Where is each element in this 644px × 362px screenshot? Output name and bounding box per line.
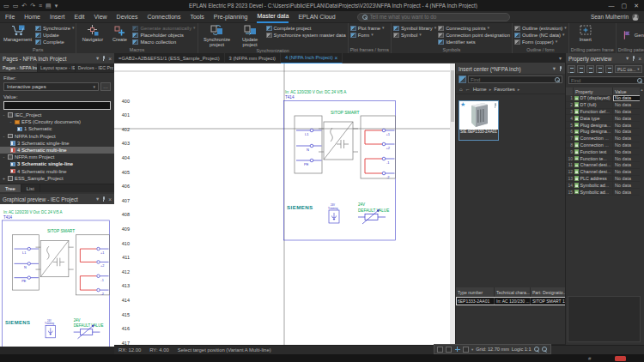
tree-item-3-schematic-single-line[interactable]: 3 Schematic single-line (0, 140, 114, 147)
property-row[interactable]: 13PLC addressNo data (566, 176, 641, 183)
macro-create-button[interactable]: Create (108, 24, 131, 42)
new-icon[interactable]: ▭ (3, 3, 9, 9)
insert-center-find[interactable] (468, 75, 562, 83)
property-row[interactable]: 1DT (displayed)No data (566, 95, 641, 102)
property-row[interactable]: 3Function def...No data (566, 109, 641, 116)
tab-master-data[interactable]: Master data (257, 11, 289, 23)
tab-connections[interactable]: Connections (148, 11, 181, 23)
sort-icon[interactable] (568, 65, 575, 73)
paste-icon[interactable] (596, 65, 604, 73)
find-input[interactable] (571, 78, 635, 83)
filter-select[interactable]: Interactive pages ▾ (3, 82, 99, 91)
search-input[interactable] (370, 14, 505, 20)
property-row[interactable]: 9Function textNo data (566, 148, 641, 155)
document-tab-nfpa-mm[interactable]: 3 (NFPA mm Project) (225, 53, 281, 63)
tab-tools[interactable]: Tools (190, 11, 204, 23)
tab-file[interactable]: File (5, 11, 15, 23)
panel-close-icon[interactable]: × (638, 56, 641, 62)
property-row[interactable]: 15Symbolic ad...No data (566, 189, 641, 196)
minimize-button[interactable]: — (609, 3, 615, 9)
tab-tree[interactable]: Tree (0, 184, 21, 192)
synchronize-project-button[interactable]: Synchronize project (200, 24, 234, 47)
connecting-points-button[interactable]: Connecting points▾ (438, 26, 510, 31)
window-zoom-icon[interactable] (437, 347, 443, 353)
macro-navigator-button[interactable]: Navigator (78, 24, 106, 42)
complete-project-button[interactable]: Complete project (266, 26, 346, 31)
expander-icon[interactable]: - (2, 112, 6, 118)
pin-icon[interactable] (558, 66, 562, 72)
tree-item-iec-project[interactable]: -IEC_Project (0, 112, 114, 118)
grid-snap-icon[interactable] (454, 347, 460, 353)
tab-layout-space[interactable]: Layout space - IE... (38, 63, 76, 72)
expander-icon[interactable]: - (2, 134, 6, 139)
filter-more-button[interactable]: … (100, 82, 111, 91)
panel-menu-icon[interactable]: ▾ (626, 55, 629, 62)
symbol-button[interactable]: Symbol▾ (393, 33, 436, 38)
identifier-sets-button[interactable]: Identifier sets (438, 39, 510, 45)
insert-drilling-pattern-frame-button[interactable]: Insert (571, 24, 600, 42)
document-tab-ess[interactable]: =GAB2+A2B&EFS1/1 (ESS_Sample_Project) (114, 53, 225, 63)
tab-insert[interactable]: Insert (50, 11, 65, 23)
tab-list[interactable]: List (21, 184, 40, 192)
grid-dropdown-icon[interactable]: ▾ (471, 347, 473, 352)
tab-devices[interactable]: Devices - IEC Proj... (76, 63, 114, 72)
insert-center-header[interactable]: Insert center (*NFPA inch) ▾ (456, 63, 565, 74)
parts-management-button[interactable]: Management (2, 24, 33, 42)
plot-frame-button[interactable]: Plot frame▾ (350, 26, 385, 31)
graphical-preview-canvas[interactable] (0, 204, 114, 347)
tree-item-ess-sample-project[interactable]: +ESS_Sample_Project (0, 175, 114, 182)
tab-eplan-cloud[interactable]: EPLAN Cloud (298, 11, 335, 23)
property-row[interactable]: 11Channel desi...No data (566, 162, 641, 169)
outline-extrusion-button[interactable]: Outline (extrusion)▾ (514, 26, 567, 31)
graphical-preview-header[interactable]: Graphical preview - IEC Project ▾ × (0, 194, 114, 204)
copy-icon[interactable] (586, 65, 594, 73)
grid-style-icon[interactable] (463, 347, 469, 353)
outline-nc-data-button[interactable]: Outline (NC data)▾ (514, 33, 567, 38)
table-row[interactable]: 6EP1333-2AA01 In: AC 120/230 ... SITOP S… (456, 297, 566, 305)
print-icon[interactable]: ≡ (39, 3, 42, 9)
expander-icon[interactable]: - (2, 154, 6, 160)
zoom-in-icon[interactable] (542, 347, 547, 352)
tree-item-1-schematic[interactable]: 1 Schematic (0, 125, 114, 132)
generate-button[interactable]: Generate▾ (622, 30, 644, 40)
close-tab-icon[interactable]: × (335, 55, 338, 61)
columns-icon[interactable] (605, 65, 613, 73)
home-icon[interactable]: ⌂ (459, 87, 463, 92)
close-button[interactable]: ✕ (634, 3, 639, 9)
symbol-library-button[interactable]: Symbol library▾ (393, 26, 436, 31)
maximize-button[interactable]: ▢ (622, 3, 628, 9)
tree-item-nfpa-inch-project[interactable]: -NFPA Inch Project (0, 133, 114, 140)
save-icon[interactable]: ▤ (46, 3, 52, 9)
grid-size-label[interactable]: Grid: 12.70 mm (476, 347, 509, 352)
tree-item-efs[interactable]: -EFS (Circuitry documents) (0, 118, 114, 125)
back-icon[interactable]: ← (465, 87, 471, 92)
device-card[interactable]: ★ SIE.6EP1333-2AA01 (459, 100, 499, 141)
pin-icon[interactable] (101, 56, 106, 62)
pin-icon[interactable] (101, 196, 106, 202)
tree-item-nfpa-mm-project[interactable]: -NFPA mm Project (0, 154, 114, 160)
expander-icon[interactable]: + (2, 176, 6, 181)
record-stop-button[interactable] (615, 356, 626, 362)
property-row[interactable]: 14Symbolic ad...No data (566, 182, 641, 189)
panel-close-icon[interactable]: × (108, 56, 112, 62)
update-parts-button[interactable]: Update (35, 33, 74, 38)
property-row[interactable]: 2DT (full)No data (566, 102, 641, 109)
open-icon[interactable]: ▭ (13, 3, 19, 9)
schematic-canvas[interactable]: 400 401 402 403 404 405 406 407 408 409 … (114, 63, 450, 345)
pin-icon[interactable] (631, 56, 635, 62)
redo-icon[interactable]: ↷ (30, 3, 35, 9)
expander-icon[interactable]: - (9, 119, 13, 124)
panel-menu-icon[interactable]: ▾ (553, 65, 556, 72)
scrollbar-thumb[interactable] (451, 70, 454, 122)
property-row[interactable]: 12Channel desi...No data (566, 169, 641, 176)
macro-collection-button[interactable]: Macro collection (132, 39, 195, 45)
complete-parts-button[interactable]: Complete (35, 39, 74, 45)
property-find[interactable] (568, 76, 644, 84)
placeholder-objects-button[interactable]: Placeholder objects (132, 33, 195, 38)
document-tab-nfpa-inch[interactable]: 4 (NFPA Inch Project)× (281, 53, 343, 63)
panel-menu-icon[interactable]: ▾ (96, 196, 99, 202)
pan-icon[interactable] (446, 347, 452, 353)
panel-close-icon[interactable]: × (108, 196, 112, 202)
property-row[interactable]: 6Plug designa...No data (566, 129, 641, 136)
tell-me-search[interactable] (357, 13, 510, 21)
